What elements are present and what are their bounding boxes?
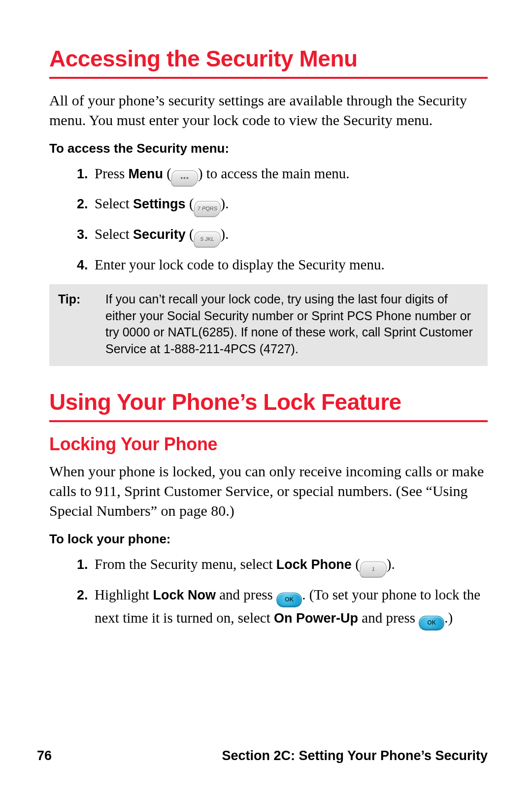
footer-section-title: Section 2C: Setting Your Phone’s Securit… <box>222 748 488 764</box>
menu-label-menu: Menu <box>128 166 163 181</box>
menu-label-lock-phone: Lock Phone <box>276 557 352 572</box>
step-text: ). <box>221 226 229 242</box>
step-text: Select <box>95 226 133 242</box>
intro-paragraph-1: All of your phone’s security settings ar… <box>49 91 488 130</box>
page-number: 76 <box>37 748 52 764</box>
step-text: ) to access the main menu. <box>198 166 350 181</box>
step-text: Select <box>95 196 133 211</box>
menu-key-icon <box>170 170 199 186</box>
step-text: Press <box>95 166 128 181</box>
step-text: ). <box>387 556 395 572</box>
page-footer: 76 Section 2C: Setting Your Phone’s Secu… <box>0 748 532 764</box>
subheading-locking-your-phone: Locking Your Phone <box>49 434 488 455</box>
menu-label-lock-now: Lock Now <box>153 588 216 602</box>
heading-using-lock-feature: Using Your Phone’s Lock Feature <box>49 389 488 422</box>
step-text: .) <box>444 610 453 626</box>
tip-body: If you can’t recall your lock code, try … <box>105 291 476 357</box>
tip-box: Tip: If you can’t recall your lock code,… <box>49 284 488 366</box>
key-1-icon: 1 <box>359 562 387 577</box>
steps-lock-phone: From the Security menu, select Lock Phon… <box>49 554 488 631</box>
step-text: Enter your lock code to display the Secu… <box>95 257 385 272</box>
step-item: Enter your lock code to display the Secu… <box>92 254 488 276</box>
step-item: Select Security (5 JKL). <box>92 224 488 247</box>
tip-label: Tip: <box>58 291 105 357</box>
step-item: Highlight Lock Now and press OK. (To set… <box>92 584 488 631</box>
step-text: ( <box>186 226 194 242</box>
steps-access-security: Press Menu () to access the main menu. S… <box>49 163 488 276</box>
ok-key-icon: OK <box>276 593 302 607</box>
menu-label-on-power-up: On Power-Up <box>274 611 358 626</box>
menu-label-security: Security <box>133 227 186 242</box>
task-label-lock-phone: To lock your phone: <box>49 532 488 547</box>
menu-label-settings: Settings <box>133 197 186 211</box>
step-text: Highlight <box>95 587 153 602</box>
step-item: Press Menu () to access the main menu. <box>92 163 488 186</box>
step-text: From the Security menu, select <box>95 556 276 572</box>
step-text: ( <box>186 196 194 211</box>
key-5-icon: 5 JKL <box>193 232 221 247</box>
task-label-access-security: To access the Security menu: <box>49 141 488 156</box>
step-item: From the Security menu, select Lock Phon… <box>92 554 488 577</box>
step-text: ( <box>163 166 171 181</box>
intro-paragraph-2: When your phone is locked, you can only … <box>49 462 488 521</box>
ok-key-icon: OK <box>419 616 444 631</box>
step-text: ( <box>352 556 360 572</box>
key-7-icon: 7 PQRS <box>193 201 221 217</box>
step-text: and press <box>358 610 419 626</box>
step-text: ). <box>221 196 229 211</box>
step-item: Select Settings (7 PQRS). <box>92 193 488 217</box>
step-text: and press <box>216 587 276 602</box>
heading-accessing-security-menu: Accessing the Security Menu <box>49 45 488 79</box>
